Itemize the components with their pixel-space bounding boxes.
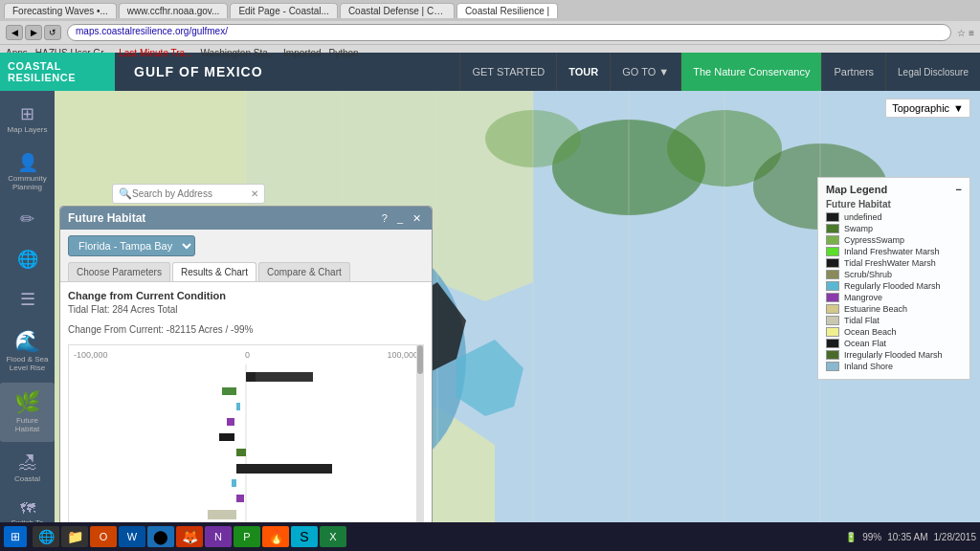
- reload-btn[interactable]: ↺: [44, 25, 61, 40]
- legend-item-tidal-flat: Tidal Flat: [826, 316, 962, 325]
- sidebar-item-globe[interactable]: 🌐: [0, 241, 55, 279]
- tab-results-chart[interactable]: Results & Chart: [172, 262, 256, 281]
- tab-5-active[interactable]: Coastal Resilience |: [457, 3, 558, 18]
- sidebar-item-future-habitat[interactable]: 🌿 Future Habitat: [0, 383, 55, 442]
- tab-compare-chart[interactable]: Compare & Chart: [258, 262, 350, 281]
- nav-tour[interactable]: TOUR: [556, 53, 610, 91]
- legend-label-inland-fresh: Inland Freshwater Marsh: [844, 247, 940, 256]
- tab-2[interactable]: www.ccfhr.noaa.gov...: [119, 3, 229, 18]
- tab-4[interactable]: Coastal Defense | Co...: [340, 3, 455, 18]
- legend-item-reg-flooded: Regularly Flooded Marsh: [826, 281, 962, 291]
- panel-title: Future Habitat: [68, 211, 145, 225]
- panel-header: Future Habitat ? _ ✕: [60, 207, 432, 230]
- app-header: COASTAL RESILIENCE GULF OF MEXICO GET ST…: [0, 53, 980, 91]
- svg-rect-25: [236, 495, 244, 502]
- stat2: Change From Current: -82115 Acres / -99%: [68, 324, 424, 335]
- search-icon: 🔍: [119, 187, 132, 200]
- topo-selector[interactable]: Topographic ▼: [885, 99, 970, 118]
- search-clear-icon[interactable]: ✕: [251, 188, 258, 199]
- legend-item-tidal-fresh: Tidal FreshWater Marsh: [826, 258, 962, 268]
- nav-nature[interactable]: The Nature Conservancy: [680, 53, 821, 91]
- legend-label-estuarine: Estuarine Beach: [844, 304, 907, 314]
- legend-label-scrub: Scrub/Shrub: [844, 270, 892, 279]
- taskbar-word[interactable]: W: [119, 526, 145, 547]
- sidebar-item-community[interactable]: 👤 Community Planning: [0, 144, 55, 200]
- flood-icon: 🌊: [14, 329, 40, 354]
- sidebar-item-map-layers[interactable]: ⊞ Map Layers: [0, 96, 55, 143]
- legend-item-cypress: CypressSwamp: [826, 235, 962, 245]
- sidebar-item-coastal[interactable]: 🏖 Coastal: [0, 444, 55, 492]
- panel-controls: ? _ ✕: [379, 212, 424, 225]
- clock: 10:35 AM: [887, 532, 927, 542]
- forward-btn[interactable]: ▶: [25, 25, 42, 40]
- back-btn[interactable]: ◀: [6, 25, 23, 40]
- legend-label-inland-shore: Inland Shore: [844, 362, 893, 371]
- legend-close-icon[interactable]: −: [956, 184, 962, 195]
- taskbar-folder[interactable]: 📁: [61, 526, 88, 547]
- taskbar-onenote[interactable]: N: [205, 526, 232, 547]
- legend-label-ocean-flat: Ocean Flat: [844, 339, 886, 348]
- panel-close-button[interactable]: _: [394, 212, 406, 225]
- map-area[interactable]: 🔍 ✕ + − Topographic ▼ Future Habitat ? _…: [55, 91, 980, 551]
- taskbar-app2[interactable]: P: [234, 526, 260, 547]
- taskbar-app3[interactable]: 🔥: [262, 526, 289, 547]
- sidebar-label-map-layers: Map Layers: [8, 126, 48, 135]
- bookmark-lastminute[interactable]: Last Minute Tra...: [119, 48, 192, 58]
- svg-rect-20: [227, 418, 234, 426]
- bookmark-washington[interactable]: Washington Sta...: [201, 48, 277, 58]
- chart-label-left: -100,000: [74, 350, 108, 360]
- browser-chrome: Forecasting Waves •... www.ccfhr.noaa.go…: [0, 0, 980, 53]
- edit-icon: ✏: [20, 209, 34, 230]
- taskbar-ie[interactable]: 🌐: [33, 526, 59, 547]
- panel-tabs: Choose Parameters Results & Chart Compar…: [60, 262, 432, 282]
- sidebar-item-menu[interactable]: ☰: [0, 281, 55, 320]
- legend-label-undefined: undefined: [844, 212, 882, 222]
- tab-1[interactable]: Forecasting Waves •...: [4, 3, 117, 18]
- main-layout: ⊞ Map Layers 👤 Community Planning ✏ 🌐 ☰ …: [0, 91, 980, 551]
- taskbar-chrome[interactable]: ⬤: [147, 526, 174, 547]
- legend-label-tidal-flat: Tidal Flat: [844, 316, 880, 325]
- taskbar-skype[interactable]: S: [291, 526, 318, 547]
- panel-content: Change from Current Condition Tidal Flat…: [60, 282, 432, 551]
- taskbar: ⊞ 🌐 📁 O W ⬤ 🦊 N P 🔥 S X 🔋 99% 10:35 AM 1…: [0, 522, 980, 551]
- legend-item-scrub: Scrub/Shrub: [826, 270, 962, 279]
- tab-3[interactable]: Edit Page - Coastal...: [230, 3, 338, 18]
- sidebar-item-edit[interactable]: ✏: [0, 201, 55, 239]
- sidebar: ⊞ Map Layers 👤 Community Planning ✏ 🌐 ☰ …: [0, 91, 55, 551]
- taskbar-outlook[interactable]: O: [90, 526, 117, 547]
- bookmark-imported[interactable]: Imported: [283, 48, 321, 58]
- swatch-irreg-flooded: [826, 350, 839, 360]
- address-bar: ◀ ▶ ↺ maps.coastalresilience.org/gulfmex…: [0, 21, 980, 44]
- search-area: 🔍 ✕: [112, 184, 265, 204]
- nav-legal[interactable]: Legal Disclosure: [885, 53, 980, 91]
- start-button[interactable]: ⊞: [4, 526, 27, 547]
- layers-icon: ⊞: [20, 103, 34, 124]
- chart-area: -100,000 0 100,000: [68, 344, 424, 551]
- url-field[interactable]: maps.coastalresilience.org/gulfmex/: [67, 24, 951, 41]
- header-nav: GET STARTED TOUR GO TO ▼ The Nature Cons…: [459, 53, 980, 91]
- chart-label-right: 100,000: [387, 350, 418, 360]
- swatch-tidal-fresh: [826, 258, 839, 268]
- nav-goto[interactable]: GO TO ▼: [610, 53, 680, 91]
- app-logo: COASTAL RESILIENCE: [0, 53, 115, 91]
- scrollbar-track[interactable]: [416, 344, 424, 551]
- taskbar-excel[interactable]: X: [320, 526, 346, 547]
- nav-get-started[interactable]: GET STARTED: [459, 53, 556, 91]
- legend-title-text: Map Legend: [826, 184, 887, 195]
- nav-partners[interactable]: Partners: [821, 53, 885, 91]
- legend-item-swamp: Swamp: [826, 224, 962, 233]
- tab-choose-params[interactable]: Choose Parameters: [68, 262, 170, 281]
- panel-maximize-button[interactable]: ✕: [410, 212, 424, 225]
- panel-help-button[interactable]: ?: [379, 212, 390, 225]
- search-box: 🔍 ✕: [112, 184, 265, 204]
- sidebar-item-flood[interactable]: 🌊 Flood & Sea Level Rise: [0, 321, 55, 381]
- legend-item-undefined: undefined: [826, 212, 962, 222]
- topo-arrow-icon: ▼: [953, 102, 964, 114]
- sidebar-label-flood: Flood & Sea Level Rise: [4, 356, 51, 373]
- legend-item-estuarine: Estuarine Beach: [826, 304, 962, 314]
- scrollbar-thumb[interactable]: [417, 345, 423, 374]
- search-input[interactable]: [132, 188, 247, 199]
- taskbar-app1[interactable]: 🦊: [176, 526, 203, 547]
- bookmark-python[interactable]: Python: [329, 48, 359, 58]
- region-dropdown[interactable]: Florida - Tampa Bay: [68, 235, 195, 256]
